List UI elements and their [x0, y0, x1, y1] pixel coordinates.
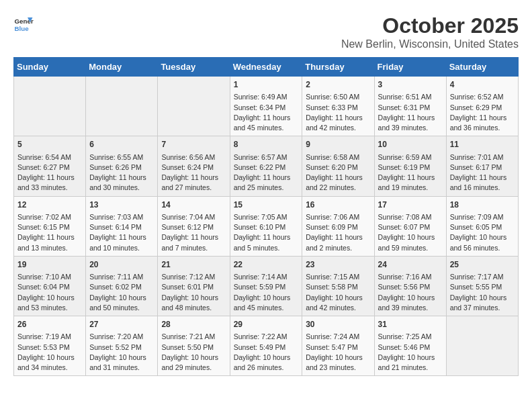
day-number: 16 [306, 199, 370, 211]
header-cell-wednesday: Wednesday [230, 58, 302, 77]
day-number: 31 [378, 319, 443, 330]
day-number: 12 [17, 199, 82, 211]
title-area: October 2025 New Berlin, Wisconsin, Unit… [341, 13, 519, 50]
calendar-week-1: 1Sunrise: 6:49 AMSunset: 6:34 PMDaylight… [14, 77, 519, 136]
day-number: 26 [17, 319, 82, 330]
day-number: 20 [89, 259, 154, 271]
day-number: 17 [378, 199, 443, 211]
calendar-cell [158, 77, 230, 136]
calendar-cell: 24Sunrise: 7:16 AMSunset: 5:56 PMDayligh… [374, 256, 446, 316]
calendar-cell: 17Sunrise: 7:08 AMSunset: 6:07 PMDayligh… [374, 196, 446, 256]
calendar-cell: 8Sunrise: 6:57 AMSunset: 6:22 PMDaylight… [230, 136, 302, 196]
calendar-cell: 4Sunrise: 6:52 AMSunset: 6:29 PMDaylight… [446, 77, 518, 136]
day-number: 14 [161, 199, 226, 211]
calendar-cell: 1Sunrise: 6:49 AMSunset: 6:34 PMDaylight… [230, 77, 302, 136]
logo: General Blue [13, 13, 34, 34]
logo-icon: General Blue [13, 13, 34, 34]
header-cell-thursday: Thursday [302, 58, 374, 77]
calendar-cell: 5Sunrise: 6:54 AMSunset: 6:27 PMDaylight… [14, 136, 86, 196]
calendar-cell: 23Sunrise: 7:15 AMSunset: 5:58 PMDayligh… [302, 256, 374, 316]
calendar-week-5: 26Sunrise: 7:19 AMSunset: 5:53 PMDayligh… [14, 316, 519, 376]
day-number: 8 [234, 139, 299, 150]
day-number: 28 [161, 319, 226, 330]
day-number: 6 [89, 139, 154, 150]
header-cell-tuesday: Tuesday [158, 58, 230, 77]
calendar-cell: 30Sunrise: 7:24 AMSunset: 5:47 PMDayligh… [302, 316, 374, 376]
calendar-cell: 2Sunrise: 6:50 AMSunset: 6:33 PMDaylight… [302, 77, 374, 136]
calendar-header: SundayMondayTuesdayWednesdayThursdayFrid… [14, 58, 519, 77]
calendar-cell: 9Sunrise: 6:58 AMSunset: 6:20 PMDaylight… [302, 136, 374, 196]
calendar-week-2: 5Sunrise: 6:54 AMSunset: 6:27 PMDaylight… [14, 136, 519, 196]
calendar-cell: 22Sunrise: 7:14 AMSunset: 5:59 PMDayligh… [230, 256, 302, 316]
calendar-table: SundayMondayTuesdayWednesdayThursdayFrid… [13, 57, 519, 376]
calendar-cell: 7Sunrise: 6:56 AMSunset: 6:24 PMDaylight… [158, 136, 230, 196]
day-number: 2 [306, 79, 370, 91]
day-number: 5 [17, 139, 82, 150]
calendar-cell: 13Sunrise: 7:03 AMSunset: 6:14 PMDayligh… [86, 196, 158, 256]
calendar-cell: 15Sunrise: 7:05 AMSunset: 6:10 PMDayligh… [230, 196, 302, 256]
day-number: 7 [161, 139, 226, 150]
calendar-cell [14, 77, 86, 136]
calendar-cell: 18Sunrise: 7:09 AMSunset: 6:05 PMDayligh… [446, 196, 518, 256]
calendar-week-4: 19Sunrise: 7:10 AMSunset: 6:04 PMDayligh… [14, 256, 519, 316]
calendar-cell: 3Sunrise: 6:51 AMSunset: 6:31 PMDaylight… [374, 77, 446, 136]
day-number: 1 [234, 79, 299, 91]
calendar-cell: 27Sunrise: 7:20 AMSunset: 5:52 PMDayligh… [86, 316, 158, 376]
calendar-cell: 6Sunrise: 6:55 AMSunset: 6:26 PMDaylight… [86, 136, 158, 196]
location: New Berlin, Wisconsin, United States [341, 38, 519, 50]
calendar-cell: 10Sunrise: 6:59 AMSunset: 6:19 PMDayligh… [374, 136, 446, 196]
svg-text:Blue: Blue [15, 25, 30, 32]
calendar-cell: 26Sunrise: 7:19 AMSunset: 5:53 PMDayligh… [14, 316, 86, 376]
day-number: 22 [234, 259, 299, 271]
day-number: 19 [17, 259, 82, 271]
day-number: 23 [306, 259, 370, 271]
day-number: 15 [234, 199, 299, 211]
calendar-body: 1Sunrise: 6:49 AMSunset: 6:34 PMDaylight… [14, 77, 519, 376]
day-number: 3 [378, 79, 443, 91]
day-number: 13 [89, 199, 154, 211]
day-number: 29 [234, 319, 299, 330]
calendar-cell: 25Sunrise: 7:17 AMSunset: 5:55 PMDayligh… [446, 256, 518, 316]
day-number: 21 [161, 259, 226, 271]
day-number: 25 [450, 259, 515, 271]
day-number: 4 [450, 79, 515, 91]
calendar-cell [446, 316, 518, 376]
header-row: SundayMondayTuesdayWednesdayThursdayFrid… [14, 58, 519, 77]
day-number: 10 [378, 139, 443, 150]
header-cell-monday: Monday [86, 58, 158, 77]
month-title: October 2025 [341, 13, 519, 38]
header-cell-sunday: Sunday [14, 58, 86, 77]
header-cell-saturday: Saturday [446, 58, 518, 77]
calendar-cell: 21Sunrise: 7:12 AMSunset: 6:01 PMDayligh… [158, 256, 230, 316]
header-cell-friday: Friday [374, 58, 446, 77]
calendar-cell: 20Sunrise: 7:11 AMSunset: 6:02 PMDayligh… [86, 256, 158, 316]
day-number: 24 [378, 259, 443, 271]
day-number: 27 [89, 319, 154, 330]
calendar-cell: 11Sunrise: 7:01 AMSunset: 6:17 PMDayligh… [446, 136, 518, 196]
calendar-cell: 12Sunrise: 7:02 AMSunset: 6:15 PMDayligh… [14, 196, 86, 256]
calendar-cell: 29Sunrise: 7:22 AMSunset: 5:49 PMDayligh… [230, 316, 302, 376]
header: General Blue October 2025 New Berlin, Wi… [13, 13, 519, 50]
day-number: 11 [450, 139, 515, 150]
calendar-cell [86, 77, 158, 136]
calendar-cell: 28Sunrise: 7:21 AMSunset: 5:50 PMDayligh… [158, 316, 230, 376]
calendar-cell: 31Sunrise: 7:25 AMSunset: 5:46 PMDayligh… [374, 316, 446, 376]
calendar-cell: 19Sunrise: 7:10 AMSunset: 6:04 PMDayligh… [14, 256, 86, 316]
calendar-cell: 16Sunrise: 7:06 AMSunset: 6:09 PMDayligh… [302, 196, 374, 256]
day-number: 18 [450, 199, 515, 211]
calendar-week-3: 12Sunrise: 7:02 AMSunset: 6:15 PMDayligh… [14, 196, 519, 256]
day-number: 30 [306, 319, 370, 330]
calendar-cell: 14Sunrise: 7:04 AMSunset: 6:12 PMDayligh… [158, 196, 230, 256]
day-number: 9 [306, 139, 370, 150]
